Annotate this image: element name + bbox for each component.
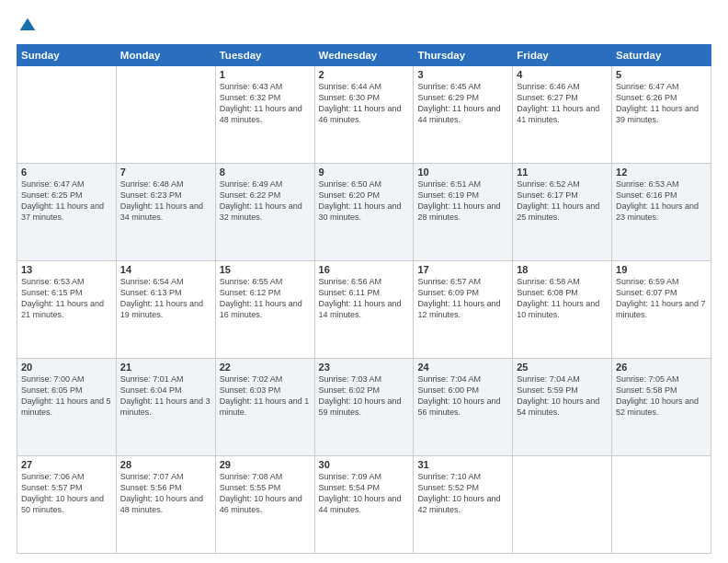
logo-icon [18,17,37,35]
day-number: 23 [319,362,410,373]
day-info: Sunrise: 6:57 AM Sunset: 6:09 PM Dayligh… [417,276,508,321]
day-info: Sunrise: 6:51 AM Sunset: 6:19 PM Dayligh… [417,178,508,224]
calendar-cell: 16Sunrise: 6:56 AM Sunset: 6:11 PM Dayli… [314,261,414,359]
calendar-cell [17,66,117,164]
day-number: 4 [517,69,608,80]
calendar-cell: 26Sunrise: 7:05 AM Sunset: 5:58 PM Dayli… [612,359,711,456]
calendar-cell: 18Sunrise: 6:58 AM Sunset: 6:08 PM Dayli… [513,261,612,359]
day-info: Sunrise: 7:07 AM Sunset: 5:56 PM Dayligh… [120,471,211,516]
calendar-cell: 7Sunrise: 6:48 AM Sunset: 6:23 PM Daylig… [116,164,215,261]
calendar-cell [612,456,711,554]
day-number: 6 [21,167,112,178]
calendar-cell: 27Sunrise: 7:06 AM Sunset: 5:57 PM Dayli… [17,456,117,554]
calendar-cell: 1Sunrise: 6:43 AM Sunset: 6:32 PM Daylig… [215,66,314,164]
day-info: Sunrise: 7:04 AM Sunset: 6:00 PM Dayligh… [417,373,508,419]
day-number: 12 [616,167,707,178]
day-info: Sunrise: 7:05 AM Sunset: 5:58 PM Dayligh… [616,373,707,419]
day-info: Sunrise: 7:06 AM Sunset: 5:57 PM Dayligh… [21,471,112,516]
day-header-wednesday: Wednesday [314,45,414,66]
calendar-cell: 29Sunrise: 7:08 AM Sunset: 5:55 PM Dayli… [215,456,314,554]
day-info: Sunrise: 6:54 AM Sunset: 6:13 PM Dayligh… [120,276,211,321]
calendar-week-3: 13Sunrise: 6:53 AM Sunset: 6:15 PM Dayli… [17,261,711,359]
calendar-cell: 12Sunrise: 6:53 AM Sunset: 6:16 PM Dayli… [612,164,711,261]
day-number: 25 [517,362,608,373]
calendar-cell: 8Sunrise: 6:49 AM Sunset: 6:22 PM Daylig… [215,164,314,261]
day-info: Sunrise: 6:45 AM Sunset: 6:29 PM Dayligh… [417,81,508,126]
day-number: 20 [21,362,112,373]
day-info: Sunrise: 7:02 AM Sunset: 6:03 PM Dayligh… [220,373,311,419]
day-info: Sunrise: 7:03 AM Sunset: 6:02 PM Dayligh… [319,373,410,419]
calendar-week-5: 27Sunrise: 7:06 AM Sunset: 5:57 PM Dayli… [17,456,711,554]
day-number: 9 [319,167,410,178]
calendar-cell: 22Sunrise: 7:02 AM Sunset: 6:03 PM Dayli… [215,359,314,456]
calendar-cell: 30Sunrise: 7:09 AM Sunset: 5:54 PM Dayli… [314,456,414,554]
day-number: 3 [417,69,508,80]
calendar-cell: 10Sunrise: 6:51 AM Sunset: 6:19 PM Dayli… [414,164,513,261]
svg-marker-0 [20,18,36,30]
calendar-cell: 9Sunrise: 6:50 AM Sunset: 6:20 PM Daylig… [314,164,414,261]
day-number: 28 [120,459,211,470]
calendar-cell: 24Sunrise: 7:04 AM Sunset: 6:00 PM Dayli… [414,359,513,456]
calendar-cell: 23Sunrise: 7:03 AM Sunset: 6:02 PM Dayli… [314,359,414,456]
day-number: 18 [517,264,608,275]
calendar-cell: 3Sunrise: 6:45 AM Sunset: 6:29 PM Daylig… [414,66,513,164]
day-info: Sunrise: 6:48 AM Sunset: 6:23 PM Dayligh… [120,178,211,224]
day-number: 17 [417,264,508,275]
day-number: 15 [220,264,311,275]
day-number: 24 [417,362,508,373]
day-info: Sunrise: 6:52 AM Sunset: 6:17 PM Dayligh… [517,178,608,224]
calendar-cell: 17Sunrise: 6:57 AM Sunset: 6:09 PM Dayli… [414,261,513,359]
header [17,17,711,35]
day-info: Sunrise: 6:43 AM Sunset: 6:32 PM Dayligh… [220,81,311,126]
day-number: 13 [21,264,112,275]
calendar-cell: 2Sunrise: 6:44 AM Sunset: 6:30 PM Daylig… [314,66,414,164]
day-header-friday: Friday [513,45,612,66]
day-info: Sunrise: 6:47 AM Sunset: 6:25 PM Dayligh… [21,178,112,224]
day-number: 5 [616,69,707,80]
calendar-cell: 14Sunrise: 6:54 AM Sunset: 6:13 PM Dayli… [116,261,215,359]
calendar-cell [116,66,215,164]
calendar-cell: 19Sunrise: 6:59 AM Sunset: 6:07 PM Dayli… [612,261,711,359]
calendar-cell: 6Sunrise: 6:47 AM Sunset: 6:25 PM Daylig… [17,164,117,261]
day-number: 27 [21,459,112,470]
day-header-monday: Monday [116,45,215,66]
day-number: 14 [120,264,211,275]
logo [17,17,37,35]
day-info: Sunrise: 6:59 AM Sunset: 6:07 PM Dayligh… [616,276,707,321]
day-header-saturday: Saturday [612,45,711,66]
day-info: Sunrise: 6:58 AM Sunset: 6:08 PM Dayligh… [517,276,608,321]
day-header-tuesday: Tuesday [215,45,314,66]
calendar-week-1: 1Sunrise: 6:43 AM Sunset: 6:32 PM Daylig… [17,66,711,164]
calendar-week-2: 6Sunrise: 6:47 AM Sunset: 6:25 PM Daylig… [17,164,711,261]
day-number: 8 [220,167,311,178]
day-number: 11 [517,167,608,178]
calendar-cell: 13Sunrise: 6:53 AM Sunset: 6:15 PM Dayli… [17,261,117,359]
calendar-header-row: SundayMondayTuesdayWednesdayThursdayFrid… [17,45,711,66]
day-info: Sunrise: 6:53 AM Sunset: 6:16 PM Dayligh… [616,178,707,224]
day-header-thursday: Thursday [414,45,513,66]
day-number: 19 [616,264,707,275]
day-info: Sunrise: 7:08 AM Sunset: 5:55 PM Dayligh… [220,471,311,516]
day-info: Sunrise: 6:44 AM Sunset: 6:30 PM Dayligh… [319,81,410,126]
calendar-week-4: 20Sunrise: 7:00 AM Sunset: 6:05 PM Dayli… [17,359,711,456]
day-info: Sunrise: 6:55 AM Sunset: 6:12 PM Dayligh… [220,276,311,321]
day-number: 16 [319,264,410,275]
day-number: 21 [120,362,211,373]
day-number: 31 [417,459,508,470]
calendar-cell: 5Sunrise: 6:47 AM Sunset: 6:26 PM Daylig… [612,66,711,164]
day-number: 29 [220,459,311,470]
calendar-cell: 4Sunrise: 6:46 AM Sunset: 6:27 PM Daylig… [513,66,612,164]
day-info: Sunrise: 7:00 AM Sunset: 6:05 PM Dayligh… [21,373,112,419]
day-info: Sunrise: 6:56 AM Sunset: 6:11 PM Dayligh… [319,276,410,321]
day-info: Sunrise: 7:01 AM Sunset: 6:04 PM Dayligh… [120,373,211,419]
day-number: 2 [319,69,410,80]
calendar-cell: 15Sunrise: 6:55 AM Sunset: 6:12 PM Dayli… [215,261,314,359]
day-info: Sunrise: 7:09 AM Sunset: 5:54 PM Dayligh… [319,471,410,516]
day-info: Sunrise: 7:04 AM Sunset: 5:59 PM Dayligh… [517,373,608,419]
calendar-cell: 25Sunrise: 7:04 AM Sunset: 5:59 PM Dayli… [513,359,612,456]
day-info: Sunrise: 6:50 AM Sunset: 6:20 PM Dayligh… [319,178,410,224]
day-number: 7 [120,167,211,178]
day-number: 10 [417,167,508,178]
day-info: Sunrise: 6:53 AM Sunset: 6:15 PM Dayligh… [21,276,112,321]
day-number: 1 [220,69,311,80]
